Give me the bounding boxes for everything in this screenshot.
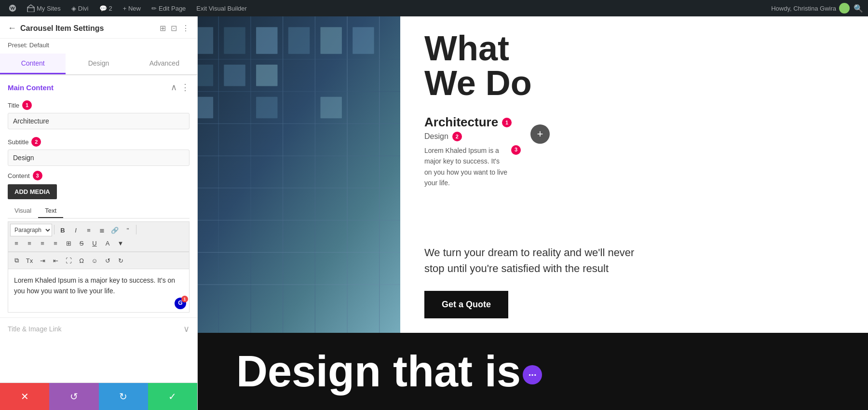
align-left-button[interactable]: ≡ bbox=[10, 237, 23, 249]
wp-logo-button[interactable]: W bbox=[5, 0, 20, 16]
divi-label: Divi bbox=[78, 5, 89, 12]
carousel-item-subtitle: Design 2 bbox=[424, 132, 521, 141]
user-greeting: Howdy, Christina Gwira bbox=[771, 3, 850, 14]
editor-area[interactable]: Lorem Khaled Ipsum is a major key to suc… bbox=[8, 269, 190, 313]
redo-editor-button[interactable]: ↻ bbox=[114, 254, 127, 267]
content-text: Lorem Khaled Ipsum is a major key to suc… bbox=[14, 276, 175, 295]
grammarly-badge[interactable]: G 1 bbox=[175, 298, 186, 309]
blockquote-button[interactable]: " bbox=[122, 224, 134, 236]
redo-button[interactable]: ↻ bbox=[99, 383, 148, 410]
get-quote-button[interactable]: Get a Quote bbox=[424, 291, 508, 318]
preview-subtitle-badge: 2 bbox=[452, 132, 462, 141]
divi-icon: ◈ bbox=[71, 5, 76, 12]
content-badge: 3 bbox=[33, 171, 42, 180]
cancel-button[interactable]: ✕ bbox=[0, 383, 49, 410]
editor-tab-text[interactable]: Text bbox=[38, 204, 63, 218]
preset-row: Preset: Default bbox=[0, 39, 197, 54]
main-content-title: Main Content bbox=[8, 83, 54, 92]
search-icon[interactable]: 🔍 bbox=[854, 4, 863, 13]
back-arrow-icon[interactable]: ← bbox=[8, 23, 16, 33]
text-color-button[interactable]: A bbox=[101, 237, 114, 249]
editor-tab-visual[interactable]: Visual bbox=[8, 204, 38, 218]
toolbar-group-extra: ⧉ Tx ⇥ ⇤ ⛶ Ω ☺ ↺ ↻ bbox=[10, 254, 127, 267]
comments-count: 2 bbox=[109, 5, 112, 12]
dots-icon: ··· bbox=[523, 365, 542, 384]
unordered-list-button[interactable]: ≡ bbox=[82, 224, 95, 236]
my-sites-label: My Sites bbox=[37, 5, 61, 12]
undo-editor-button[interactable]: ↺ bbox=[101, 254, 114, 267]
grammarly-count: 1 bbox=[181, 296, 188, 302]
my-sites-button[interactable]: My Sites bbox=[23, 0, 65, 16]
undo-button[interactable]: ↺ bbox=[49, 383, 98, 410]
big-title-line2: We Do bbox=[424, 66, 844, 100]
title-input[interactable] bbox=[8, 113, 190, 129]
special-char-button[interactable]: Ω bbox=[75, 254, 88, 267]
add-carousel-item-button[interactable]: + bbox=[530, 124, 550, 144]
save-button[interactable]: ✓ bbox=[148, 383, 197, 410]
content-label-text: Content bbox=[8, 172, 30, 179]
ordered-list-button[interactable]: ≣ bbox=[95, 224, 108, 236]
subtitle-input[interactable] bbox=[8, 150, 190, 166]
svg-text:W: W bbox=[10, 5, 15, 11]
clear-format-button[interactable]: Tx bbox=[23, 254, 36, 267]
exit-builder-button[interactable]: Exit Visual Builder bbox=[192, 0, 251, 16]
more-icon[interactable]: ⋮ bbox=[182, 24, 190, 33]
svg-rect-23 bbox=[353, 27, 374, 54]
subtitle-field: Subtitle 2 bbox=[0, 134, 197, 171]
expand-icon[interactable]: ⊡ bbox=[171, 24, 177, 33]
panel-header-icons: ⊞ ⊡ ⋮ bbox=[160, 24, 190, 33]
align-justify-button[interactable]: ≡ bbox=[49, 237, 62, 249]
toolbar-sep-2 bbox=[136, 225, 136, 234]
section-more-icon[interactable]: ⋮ bbox=[181, 82, 190, 93]
edit-page-label: Edit Page bbox=[159, 5, 186, 12]
svg-rect-24 bbox=[198, 65, 213, 86]
preset-label[interactable]: Preset: Default bbox=[8, 41, 49, 49]
big-title-line1: What bbox=[424, 31, 844, 66]
main-content-section-header: Main Content ∧ ⋮ bbox=[0, 75, 197, 97]
bold-button[interactable]: B bbox=[56, 224, 69, 236]
strikethrough-button[interactable]: S bbox=[75, 237, 88, 249]
svg-rect-18 bbox=[198, 27, 213, 54]
italic-button[interactable]: I bbox=[69, 224, 82, 236]
fullscreen-button[interactable]: ⛶ bbox=[62, 254, 75, 267]
more-toolbar-button[interactable]: ▼ bbox=[114, 237, 127, 249]
collapse-chevron-icon: ∨ bbox=[183, 324, 190, 334]
toolbar-group-align: ≡ ≡ ≡ ≡ ⊞ S U A ▼ bbox=[10, 237, 127, 249]
svg-rect-28 bbox=[256, 97, 277, 118]
editor-toolbar: Paragraph B I ≡ ≣ 🔗 " ≡ ≡ ≡ ≡ bbox=[8, 221, 190, 252]
edit-page-button[interactable]: ✏ Edit Page bbox=[148, 0, 190, 16]
collapse-icon[interactable]: ∧ bbox=[171, 82, 177, 93]
emoji-button[interactable]: ☺ bbox=[88, 254, 101, 267]
tab-design[interactable]: Design bbox=[66, 54, 131, 74]
title-label-text: Title bbox=[8, 102, 19, 109]
paste-button[interactable]: ⧉ bbox=[10, 254, 23, 267]
collapse-title-text: Title & Image Link bbox=[8, 325, 62, 333]
design-section-title: Design that is··· bbox=[236, 350, 544, 393]
svg-rect-26 bbox=[256, 65, 277, 86]
carousel-text-side: What We Do Architecture 1 Design 2 bbox=[400, 16, 868, 333]
underline-button[interactable]: U bbox=[88, 237, 101, 249]
align-right-button[interactable]: ≡ bbox=[36, 237, 49, 249]
exit-builder-label: Exit Visual Builder bbox=[196, 5, 247, 12]
editor-toolbar-2: ⧉ Tx ⇥ ⇤ ⛶ Ω ☺ ↺ ↻ bbox=[8, 252, 190, 269]
title-image-link-section[interactable]: Title & Image Link ∨ bbox=[0, 317, 197, 340]
tab-advanced[interactable]: Advanced bbox=[132, 54, 197, 74]
title-badge: 1 bbox=[22, 100, 32, 110]
subtitle-label-text: Subtitle bbox=[8, 138, 28, 146]
comments-button[interactable]: 💬 2 bbox=[95, 0, 116, 16]
svg-rect-21 bbox=[288, 27, 310, 54]
paragraph-select[interactable]: Paragraph bbox=[10, 224, 52, 236]
tab-content[interactable]: Content bbox=[0, 54, 66, 74]
layout-icon[interactable]: ⊞ bbox=[160, 24, 166, 33]
add-media-button[interactable]: ADD MEDIA bbox=[8, 184, 57, 199]
svg-rect-29 bbox=[320, 97, 341, 118]
admin-bar-right: Howdy, Christina Gwira 🔍 bbox=[771, 3, 863, 14]
panel-title: Carousel Item Settings bbox=[20, 24, 104, 33]
indent-button[interactable]: ⇥ bbox=[36, 254, 49, 267]
divi-button[interactable]: ◈ Divi bbox=[68, 0, 93, 16]
link-button[interactable]: 🔗 bbox=[108, 224, 121, 236]
outdent-button[interactable]: ⇤ bbox=[49, 254, 62, 267]
align-center-button[interactable]: ≡ bbox=[23, 237, 36, 249]
table-button[interactable]: ⊞ bbox=[62, 237, 75, 249]
new-button[interactable]: + New bbox=[119, 0, 145, 16]
